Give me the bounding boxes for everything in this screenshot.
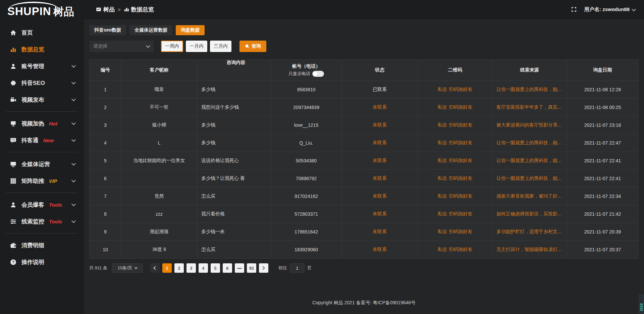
cell-nickname: 哦章: [121, 81, 197, 98]
qr-link[interactable]: 扫码加好友: [449, 140, 473, 146]
sidebar-item-doukeTong[interactable]: 抖客通New: [0, 132, 84, 149]
prev-page-button[interactable]: [150, 263, 160, 273]
sidebar-item-member-explode[interactable]: 会员爆客Tools: [0, 196, 84, 213]
column-header-account: 帐号（电话）只显示电话: [271, 60, 342, 81]
source-link[interactable]: 让你一眼就爱上的黑科技，能...: [496, 175, 561, 181]
sidebar-item-clue-monitor[interactable]: 线索监控Tools: [0, 213, 84, 230]
qr-link[interactable]: 私信: [438, 247, 447, 253]
goto-page-input[interactable]: [290, 263, 305, 273]
cell-date: 2021-11-08 12:28: [567, 81, 638, 98]
sidebar-item-operation-guide[interactable]: ?操作说明: [0, 254, 84, 270]
page-size-label: 10条/页: [117, 265, 132, 271]
page-button[interactable]: 5: [211, 263, 220, 273]
source-link[interactable]: 让你一眼就爱上的黑科技，能...: [496, 140, 561, 146]
chevron-down-icon: [135, 266, 138, 269]
page-button[interactable]: 2: [174, 263, 184, 273]
period-button[interactable]: 一月内: [186, 41, 207, 52]
cell-source: 让你一眼就爱上的黑科技，能...: [492, 81, 567, 98]
sidebar-item-label: 线索监控: [21, 218, 44, 225]
source-link[interactable]: 让你一眼就爱上的黑科技，能...: [496, 87, 561, 93]
chevron-down-icon: [632, 7, 636, 11]
sidebar-item-data-overview[interactable]: 数据总览: [0, 41, 84, 58]
cell-account: 9583810: [271, 81, 342, 98]
sidebar-item-consume-detail[interactable]: 消费明细: [0, 237, 84, 254]
qr-link[interactable]: 私信: [438, 193, 447, 199]
qr-link[interactable]: 扫码加好友: [449, 211, 473, 217]
qr-link[interactable]: 私信: [438, 211, 447, 217]
qr-link[interactable]: 扫码加好友: [449, 175, 473, 181]
sidebar-item-label: 账号管理: [21, 62, 44, 70]
filter-select[interactable]: 请选择: [89, 41, 154, 52]
page-button[interactable]: 3: [186, 263, 196, 273]
sidebar-item-home[interactable]: 首页: [0, 24, 84, 41]
sidebar-item-media-operation[interactable]: 全媒体运营: [0, 156, 84, 172]
qr-links: 私信扫码加好友: [438, 229, 473, 235]
qr-link[interactable]: 扫码加好友: [449, 247, 473, 253]
user-menu[interactable]: 用户名: zswodun88: [584, 6, 635, 13]
sidebar-item-video-heat[interactable]: 视频加热Hot: [0, 115, 84, 132]
column-header-label: 二维码: [448, 67, 462, 73]
tab-inquiry-data[interactable]: 询盘数据: [176, 25, 205, 35]
tab-media-operation-data[interactable]: 全媒体运营数据: [129, 25, 172, 35]
sidebar-item-account-management[interactable]: 账号管理: [0, 58, 84, 74]
sidebar-item-video-publish[interactable]: 视频发布: [0, 91, 84, 108]
qr-link[interactable]: 扫码加好友: [449, 193, 473, 199]
source-link[interactable]: 感谢大家喜欢我家，被问了好...: [496, 193, 561, 199]
fullscreen-icon[interactable]: [571, 6, 577, 12]
phone-only-toggle[interactable]: [312, 71, 324, 77]
sidebar-item-label: 视频发布: [21, 96, 44, 104]
table-header-row: 编号客户昵称咨询内容帐号（电话）只显示电话状态二维码线索来源询盘日期: [90, 60, 638, 81]
source-link[interactable]: 被大家追着问的客厅投影分享...: [496, 122, 561, 128]
tab-douyin-seo-data[interactable]: 抖音seo数据: [89, 25, 126, 35]
column-header-content: 咨询内容: [197, 60, 271, 81]
period-button[interactable]: 三月内: [210, 41, 231, 52]
qr-link[interactable]: 私信: [438, 140, 447, 146]
cell-no: 3: [90, 116, 121, 134]
qr-link[interactable]: 私信: [438, 175, 447, 181]
goto-page: 前往页: [278, 263, 312, 273]
breadcrumb-item[interactable]: 数据总览: [124, 6, 154, 13]
qr-link[interactable]: 私信: [438, 122, 447, 128]
sidebar-item-matrix-boost[interactable]: 矩阵助推VIP: [0, 172, 84, 189]
query-button[interactable]: 查询: [239, 41, 266, 52]
qr-link[interactable]: 扫码加好友: [449, 158, 473, 164]
cell-qr: 私信扫码加好友: [418, 134, 492, 152]
qr-links: 私信扫码加好友: [438, 247, 473, 253]
chevron-down-icon: [146, 44, 150, 48]
qr-links: 私信扫码加好友: [438, 175, 473, 181]
qr-links: 私信扫码加好友: [438, 87, 473, 93]
username-label: 用户名: zswodun88: [584, 6, 630, 13]
page-button[interactable]: 4: [199, 263, 208, 273]
qr-link[interactable]: 私信: [438, 104, 447, 110]
qr-link[interactable]: 扫码加好友: [449, 104, 473, 110]
page-size-select[interactable]: 10条/页: [112, 263, 143, 273]
qr-link[interactable]: 私信: [438, 158, 447, 164]
qr-link[interactable]: 扫码加好友: [449, 122, 473, 128]
qr-link[interactable]: 扫码加好友: [449, 87, 473, 93]
phone-toggle-line: 只显示电话: [288, 71, 324, 77]
page-button[interactable]: 6: [223, 263, 232, 273]
source-link[interactable]: 让你一眼就爱上的黑科技，能...: [496, 158, 561, 164]
column-header-source: 线索来源: [492, 60, 567, 81]
corner-widget[interactable]: [639, 295, 644, 314]
qr-link[interactable]: 私信: [438, 229, 447, 235]
next-page-button[interactable]: [259, 263, 268, 273]
period-button[interactable]: 一周内: [161, 41, 183, 52]
qr-link[interactable]: 扫码加好友: [449, 229, 473, 235]
page-button[interactable]: 1: [162, 263, 172, 273]
qr-link[interactable]: 私信: [438, 87, 447, 93]
filter-bar: 请选择 一周内一月内三月内 查询: [89, 41, 639, 52]
cell-nickname: 当地比较能吃的一位美女: [121, 152, 197, 169]
breadcrumb-item[interactable]: 树品: [96, 6, 115, 13]
cell-status: 已联系: [342, 81, 418, 98]
sidebar-item-badge: New: [43, 138, 54, 143]
source-link[interactable]: 如何正确选择投影仪，买投影...: [496, 211, 561, 217]
source-link[interactable]: 无主灯设计，智能磁吸轨道灯...: [496, 247, 561, 253]
sidebar-item-douyin-seo[interactable]: 抖音SEO: [0, 74, 84, 91]
page-button[interactable]: 92: [247, 263, 256, 273]
page-ellipsis-button[interactable]: •••: [235, 263, 244, 273]
source-link[interactable]: 多功能护栏灯，适用于乡村文...: [496, 229, 561, 235]
source-link[interactable]: 客厅安装投影半年多了，真实...: [496, 104, 561, 110]
table-row: 9潮起潮落多少钱一米178651642未联系私信扫码加好友多功能护栏灯，适用于乡…: [90, 223, 638, 241]
cell-account: Q_Liu.: [271, 134, 342, 152]
